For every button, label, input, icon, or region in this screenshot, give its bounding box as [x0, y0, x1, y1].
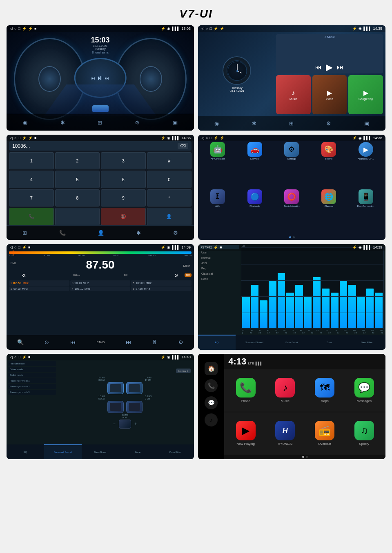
s4-carmate-app[interactable]: 🚗 CarMate [238, 142, 272, 187]
s2-music-bar[interactable]: ♪ Music ⏮ ▶ ⏭ [276, 34, 383, 73]
s2-home-icon[interactable]: ○ [206, 27, 208, 31]
s7-home-icon[interactable]: ○ [14, 355, 16, 359]
s1-nav-settings[interactable]: ⚙ [135, 120, 140, 126]
s1-nav-location[interactable]: ◉ [23, 120, 27, 126]
s7-normal-btn[interactable]: Normal ▾ [176, 369, 191, 373]
s3-end-btn[interactable]: 📵 [101, 208, 146, 225]
s3-home-icon[interactable]: ○ [14, 136, 16, 140]
s6-bar-4[interactable] [269, 281, 276, 328]
s6-bar-2[interactable] [251, 285, 259, 328]
s8-sidebar-home[interactable]: 🏠 [205, 362, 218, 375]
s6-tab-surround[interactable]: Surround Sound [236, 335, 273, 349]
s5-band-btn[interactable]: BAND [97, 341, 105, 344]
s5-prev-btn[interactable]: ⏮ [70, 339, 76, 345]
s1-nav-bluetooth[interactable]: ✱ [60, 120, 65, 126]
s6-home-icon[interactable]: ○ [206, 245, 208, 249]
s5-preset-6[interactable]: 6 87.50 MHz [131, 286, 192, 291]
s2-app-video[interactable]: ▶ Video [312, 75, 347, 114]
s6-bar-15[interactable] [366, 289, 374, 328]
s6-preset-rock[interactable]: Rock [200, 277, 239, 281]
s2-play-btn[interactable]: ▶ [326, 62, 333, 73]
s5-eq-btn[interactable]: 🎚 [152, 339, 157, 345]
s3-key-5[interactable]: 5 [55, 171, 100, 188]
s1-nav-grid[interactable]: ⊞ [98, 120, 102, 126]
s4-androidgp-app[interactable]: ▶ AndroiTS GP... [348, 142, 383, 187]
s3-back-icon[interactable]: ◁ [10, 136, 13, 140]
s7-mode-pass1[interactable]: Passenger mode1 [8, 378, 56, 383]
s8-sidebar-music[interactable]: ♪ [205, 413, 218, 426]
s8-app-maps[interactable]: 🗺 Maps [306, 372, 344, 409]
s7-back-icon[interactable]: ◁ [10, 355, 13, 359]
s2-nav-grid[interactable]: ⊞ [289, 120, 294, 127]
s8-app-music[interactable]: ♪ Music [266, 372, 304, 409]
s5-preset-1[interactable]: 1 87.50 MHz [9, 280, 69, 286]
s6-bar-11[interactable] [331, 293, 339, 328]
s7-tab-zone[interactable]: Zone [119, 444, 156, 459]
s7-mode-fullcar[interactable]: Full car mode [8, 361, 56, 366]
s2-nav-location[interactable]: ◉ [214, 120, 219, 127]
s7-mode-pass3[interactable]: Passenger mode3 [8, 390, 56, 395]
s1-recents-icon[interactable]: □ [18, 27, 20, 31]
s6-preset-pop[interactable]: Pop [200, 266, 239, 271]
s3-key-2[interactable]: 2 [55, 152, 100, 169]
s4-back-icon[interactable]: ◁ [201, 136, 204, 140]
s3-call-btn[interactable]: 📞 [9, 208, 54, 225]
s6-tab-bassfilter[interactable]: Bass Filter [348, 335, 385, 349]
s5-preset-3[interactable]: 3 98.10 MHz [70, 280, 131, 286]
s7-mode-cpilot[interactable]: Cpilot mode [8, 373, 56, 378]
s5-preset-5[interactable]: 5 108.00 MHz [131, 280, 192, 286]
s7-tab-bassboost[interactable]: Bass Boost [82, 444, 119, 459]
s6-preset-user[interactable]: User [200, 250, 239, 255]
s1-skip-fwd-icon[interactable]: ⏭ [105, 76, 109, 80]
s4-aux-app[interactable]: 🎚 AUX [200, 189, 235, 234]
s1-skip-back-icon[interactable]: ⏮ [91, 76, 95, 80]
s3-recents-icon[interactable]: □ [18, 136, 20, 140]
s7-tab-surround[interactable]: Surround Sound [44, 444, 82, 459]
s6-tab-eq[interactable]: EQ [198, 335, 236, 349]
s3-key-4[interactable]: 4 [9, 171, 54, 188]
s2-nav-bluetooth[interactable]: ✱ [252, 120, 256, 127]
s6-bar-13[interactable] [348, 285, 356, 328]
s6-bar-7[interactable] [295, 285, 303, 328]
s8-app-hyundai[interactable]: H HYUNDAI [266, 415, 304, 452]
s8-app-overcast[interactable]: 📻 Overcast [306, 415, 344, 452]
s7-tab-bassfilter[interactable]: Bass Filter [156, 444, 194, 459]
s3-nav-bluetooth[interactable]: ✱ [136, 230, 141, 236]
s6-preset-normal[interactable]: Normal [200, 255, 239, 260]
s4-settings-app[interactable]: ⚙ Settings [274, 142, 309, 187]
s4-easy-app[interactable]: 📱 EasyConnecti... [348, 189, 383, 234]
s8-app-spotify[interactable]: ♫ Spotify [345, 415, 383, 452]
s8-sidebar-phone[interactable]: 📞 [205, 379, 218, 392]
s5-settings-btn[interactable]: ⚙ [178, 339, 183, 345]
s3-nav-settings[interactable]: ⚙ [173, 230, 178, 236]
s4-chrome-app[interactable]: 🌐 Chrome [312, 189, 346, 234]
s3-nav-phone[interactable]: 📞 [59, 230, 66, 236]
s3-key-8[interactable]: 8 [55, 189, 100, 207]
s8-sidebar-messages[interactable]: 💬 [205, 396, 218, 409]
s2-nav-settings[interactable]: ⚙ [326, 120, 331, 127]
s4-bluetooth-app[interactable]: 🔵 Bluetooth [238, 189, 272, 234]
s3-nav-contact[interactable]: 👤 [98, 230, 104, 236]
s6-bar-12[interactable] [340, 281, 347, 328]
s2-recents-icon[interactable]: □ [209, 27, 212, 31]
s6-bar-9[interactable] [313, 277, 321, 328]
s2-prev-btn[interactable]: ⏮ [315, 64, 322, 71]
s8-app-phone[interactable]: 📞 Phone [227, 372, 265, 409]
s6-recents-icon[interactable]: □ [209, 245, 212, 249]
s4-recents-icon[interactable]: □ [209, 136, 212, 140]
s5-preset-2[interactable]: 2 90.10 MHz [9, 286, 69, 291]
s4-theme-app[interactable]: 🎨 Theme [312, 142, 346, 187]
s8-app-nowplaying[interactable]: ▶ Now Playing [227, 415, 265, 452]
s5-seek-back[interactable]: « [19, 271, 29, 279]
s3-key-9[interactable]: 9 [101, 189, 146, 207]
s4-home-icon[interactable]: ○ [206, 136, 208, 140]
s3-nav-grid[interactable]: ⊞ [22, 230, 27, 236]
s5-back-icon[interactable]: ◁ [10, 245, 13, 249]
s5-seek-fwd[interactable]: » [172, 271, 182, 279]
s6-bar-16[interactable] [375, 293, 383, 328]
s6-preset-jazz[interactable]: Jazz [200, 261, 239, 265]
s7-tab-eq[interactable]: EQ [7, 444, 44, 459]
s6-bar-10[interactable] [322, 289, 330, 328]
s2-nav-camera[interactable]: ▣ [364, 120, 369, 127]
s3-key-6[interactable]: 6 [101, 171, 146, 188]
